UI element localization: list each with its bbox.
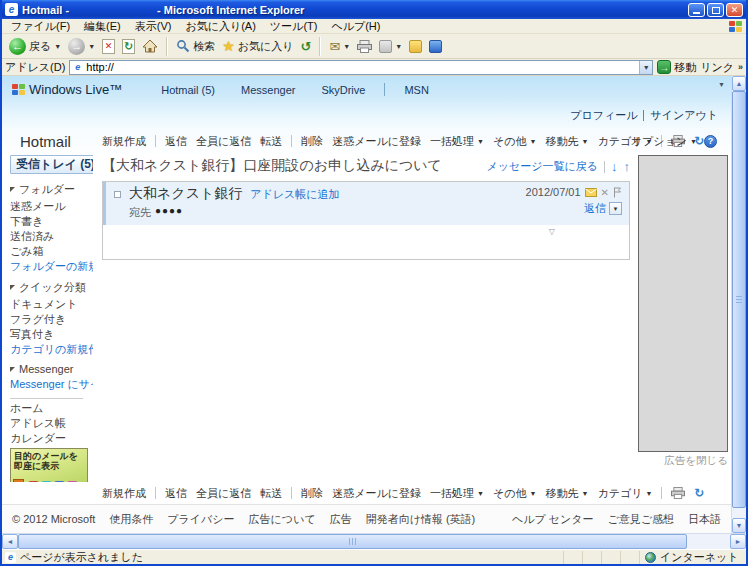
back-to-list-link[interactable]: メッセージ一覧に戻る xyxy=(486,159,598,174)
go-button[interactable]: → 移動 xyxy=(657,60,696,75)
menu-edit[interactable]: 編集(E) xyxy=(77,19,128,34)
horizontal-scrollbar[interactable]: ◄ ► xyxy=(2,533,746,549)
msn-messenger-button[interactable] xyxy=(426,39,445,54)
print-button[interactable] xyxy=(354,39,375,54)
nav-msn[interactable]: MSN xyxy=(391,84,441,96)
horizontal-scroll-thumb[interactable] xyxy=(18,534,687,549)
move-button[interactable]: 移動先▼ xyxy=(545,134,588,149)
flag-icon[interactable] xyxy=(613,187,622,198)
mark-unread-icon[interactable] xyxy=(585,188,597,197)
stop-button[interactable]: ✕ xyxy=(99,38,118,55)
menu-file[interactable]: ファイル(F) xyxy=(4,19,77,34)
sidebar-item-flagged[interactable]: フラグ付き xyxy=(10,313,93,325)
forward-button[interactable]: → ▼ xyxy=(65,37,98,56)
scroll-down-icon[interactable]: ▼ xyxy=(732,518,746,533)
help-icon[interactable]: ? xyxy=(704,135,717,148)
sender-name[interactable]: 大和ネクスト銀行 xyxy=(129,185,242,203)
messenger-signin-link[interactable]: Messenger にサインイン xyxy=(10,378,93,390)
delete-button[interactable]: 削除 xyxy=(301,134,323,149)
sidebar-item-sent[interactable]: 送信済み xyxy=(10,230,93,242)
folders-section-title[interactable]: フォルダー xyxy=(10,182,93,197)
sidebar-item-trash[interactable]: ごみ箱 xyxy=(10,245,93,257)
address-dropdown-icon[interactable]: ▼ xyxy=(639,61,652,74)
footer-link-language[interactable]: 日本語 xyxy=(688,512,721,527)
title-bar[interactable]: e Hotmail - - Microsoft Internet Explore… xyxy=(2,0,746,19)
new-category-link[interactable]: カテゴリの新規作成 xyxy=(10,343,93,355)
messenger-section-title[interactable]: Messenger xyxy=(10,363,93,375)
options-button[interactable]: オプション▼ xyxy=(631,134,697,149)
close-button[interactable]: ✕ xyxy=(726,3,743,17)
new-message-button[interactable]: 新規作成 xyxy=(102,134,146,149)
messenger-button[interactable] xyxy=(406,39,425,54)
livebar-collapse-icon[interactable]: ▼ xyxy=(718,81,725,88)
favorites-button[interactable]: ★ お気に入り xyxy=(219,38,296,55)
links-overflow-icon[interactable]: » xyxy=(738,62,743,72)
menu-favorites[interactable]: お気に入り(A) xyxy=(178,19,262,34)
forward-button[interactable]: 転送 xyxy=(260,134,282,149)
sweep-button[interactable]: 一括処理▼ xyxy=(430,486,484,501)
next-message-icon[interactable]: ↓ xyxy=(611,160,618,173)
restore-button[interactable] xyxy=(707,3,724,17)
vertical-scrollbar[interactable]: ▲ ▼ xyxy=(731,76,746,533)
back-button[interactable]: ← 戻る ▼ xyxy=(6,37,64,56)
forward-dropdown-icon[interactable]: ▼ xyxy=(88,43,95,50)
collapse-message-icon[interactable] xyxy=(114,191,121,198)
footer-link-terms[interactable]: 使用条件 xyxy=(109,512,153,527)
search-button[interactable]: 検索 xyxy=(173,38,218,55)
collapse-header-icon[interactable]: ▽ xyxy=(549,227,555,236)
sidebar-item-calendar[interactable]: カレンダー xyxy=(10,432,93,444)
vertical-scroll-thumb[interactable] xyxy=(732,91,746,508)
footer-link-about-ads[interactable]: 広告について xyxy=(249,512,316,527)
windows-live-brand[interactable]: Windows Live™ xyxy=(12,82,122,97)
footer-link-developers[interactable]: 開発者向け情報 (英語) xyxy=(366,512,476,527)
profile-link[interactable]: プロフィール xyxy=(570,108,637,123)
address-input[interactable] xyxy=(86,61,636,73)
delete-message-icon[interactable]: ✕ xyxy=(601,187,609,198)
nav-messenger[interactable]: Messenger xyxy=(228,84,308,96)
move-button[interactable]: 移動先▼ xyxy=(545,486,588,501)
history-button[interactable]: ↺ xyxy=(297,38,314,55)
nav-skydrive[interactable]: SkyDrive xyxy=(308,84,378,96)
horizontal-scroll-track[interactable] xyxy=(18,534,730,549)
sidebar-ad-banner[interactable]: 目的のメールを 即座に表示 xyxy=(10,448,88,482)
reply-button[interactable]: 返信 xyxy=(165,134,187,149)
scroll-left-icon[interactable]: ◄ xyxy=(2,534,18,549)
menu-help[interactable]: ヘルプ(H) xyxy=(324,19,387,34)
menu-tools[interactable]: ツール(T) xyxy=(263,19,325,34)
mail-dropdown-icon[interactable]: ▼ xyxy=(343,43,350,50)
refresh-list-button[interactable]: ↻ xyxy=(694,486,704,500)
ad-placeholder[interactable] xyxy=(638,155,728,452)
reply-link[interactable]: 返信 xyxy=(584,201,606,216)
junk-button[interactable]: 迷惑メールに登録 xyxy=(332,134,421,149)
other-button[interactable]: その他▼ xyxy=(493,486,536,501)
reply-dropdown-button[interactable]: ▼ xyxy=(609,202,622,215)
mail-button[interactable]: ✉ ▼ xyxy=(326,38,353,55)
sidebar-item-inbox[interactable]: 受信トレイ (5) xyxy=(10,155,93,174)
footer-link-ads[interactable]: 広告 xyxy=(330,512,352,527)
edit-dropdown-icon[interactable]: ▼ xyxy=(395,43,402,50)
reply-button[interactable]: 返信 xyxy=(165,486,187,501)
new-message-button[interactable]: 新規作成 xyxy=(102,486,146,501)
home-button[interactable] xyxy=(139,38,161,54)
other-button[interactable]: その他▼ xyxy=(493,134,536,149)
new-folder-link[interactable]: フォルダーの新規作成 xyxy=(10,260,93,272)
sidebar-item-photos[interactable]: 写真付き xyxy=(10,328,93,340)
scroll-up-icon[interactable]: ▲ xyxy=(732,76,746,91)
sidebar-item-junk[interactable]: 迷惑メール xyxy=(10,200,93,212)
forward-button[interactable]: 転送 xyxy=(260,486,282,501)
minimize-button[interactable] xyxy=(688,3,705,17)
sidebar-item-home[interactable]: ホーム xyxy=(10,402,93,414)
back-dropdown-icon[interactable]: ▼ xyxy=(54,43,61,50)
nav-hotmail[interactable]: Hotmail (5) xyxy=(148,84,228,96)
menu-view[interactable]: 表示(V) xyxy=(128,19,179,34)
links-label[interactable]: リンク xyxy=(700,60,734,75)
sidebar-item-documents[interactable]: ドキュメント xyxy=(10,298,93,310)
vertical-scroll-track[interactable] xyxy=(732,91,746,518)
hotmail-brand[interactable]: Hotmail xyxy=(20,133,102,150)
ad-close-link[interactable]: 広告を閉じる xyxy=(638,452,728,468)
junk-button[interactable]: 迷惑メールに登録 xyxy=(332,486,421,501)
footer-link-help[interactable]: ヘルプ センター xyxy=(512,512,594,527)
footer-link-privacy[interactable]: プライバシー xyxy=(167,512,234,527)
sweep-button[interactable]: 一括処理▼ xyxy=(430,134,484,149)
edit-button[interactable]: ▼ xyxy=(376,39,405,54)
